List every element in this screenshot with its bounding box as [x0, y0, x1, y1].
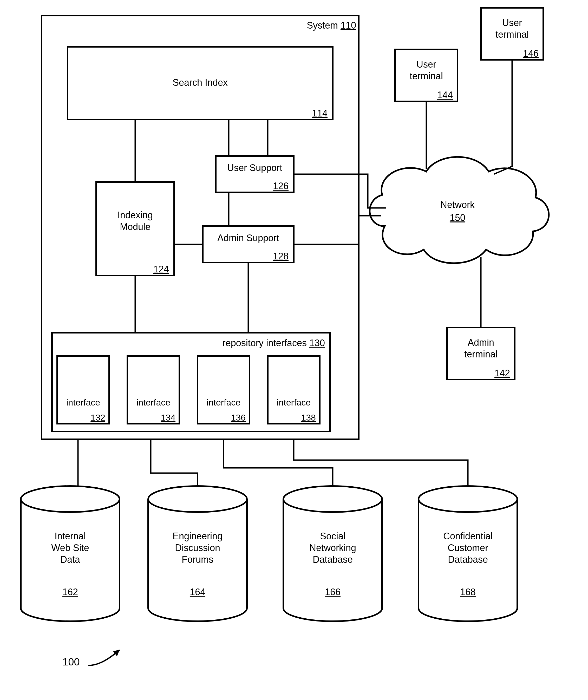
interface-132-box: interface 132	[57, 356, 109, 424]
cyl-162-ref: 162	[62, 587, 78, 597]
network-ref: 150	[450, 212, 465, 223]
interface-138-box: interface 138	[268, 356, 320, 424]
cyl-168-l2: Customer	[448, 542, 488, 553]
svg-point-18	[419, 486, 517, 512]
cyl-164-l1: Engineering	[173, 531, 223, 541]
search-index-label: Search Index	[173, 77, 228, 88]
user-terminal-144-ref: 144	[437, 90, 453, 100]
cyl-164-ref: 164	[190, 587, 205, 597]
user-support-box: User Support 126	[216, 156, 294, 192]
cyl-162-l1: Internal	[55, 531, 86, 541]
system-ref: 110	[341, 20, 356, 31]
cyl-162-l3: Data	[60, 554, 80, 565]
admin-terminal-l1: Admin	[468, 337, 494, 348]
svg-point-15	[21, 486, 120, 512]
interface-134-ref: 134	[161, 413, 175, 422]
cyl-168-l1: Confidential	[443, 531, 493, 541]
svg-text:System
       
      110: System 110	[307, 20, 356, 31]
cylinder-168: Confidential Customer Database 168	[419, 486, 517, 621]
interface-134-label: interface	[136, 397, 170, 407]
admin-terminal-box: Admin terminal 142	[447, 328, 515, 380]
cylinder-162: Internal Web Site Data 162	[21, 486, 120, 621]
cyl-164-l3: Forums	[182, 554, 213, 565]
search-index-ref: 114	[312, 108, 328, 119]
figure-ref: 100	[62, 656, 80, 668]
interface-138-label: interface	[277, 397, 311, 407]
interface-136-label: interface	[207, 397, 240, 407]
interface-132-label: interface	[66, 397, 100, 407]
network-label: Network	[440, 199, 475, 210]
repo-interfaces-ref: 130	[309, 338, 325, 348]
admin-support-ref: 128	[273, 251, 289, 261]
network-cloud: Network 150	[370, 157, 549, 263]
user-terminal-146-l1: User	[502, 17, 522, 28]
cyl-164-l2: Discussion	[175, 542, 220, 553]
admin-terminal-l2: terminal	[464, 349, 498, 359]
user-terminal-146-ref: 146	[523, 48, 539, 59]
admin-terminal-ref: 142	[494, 368, 510, 378]
indexing-module-label1: Indexing	[117, 210, 153, 220]
interface-134-box: interface 134	[127, 356, 179, 424]
svg-point-17	[283, 486, 382, 512]
svg-text:repository interfaces
       
: repository interfaces 130	[223, 338, 325, 348]
user-terminal-144-l1: User	[416, 59, 436, 70]
figure-number: 100	[62, 650, 120, 668]
interface-136-ref: 136	[231, 413, 246, 422]
user-terminal-146-box: User terminal 146	[481, 8, 543, 60]
cyl-166-l3: Database	[313, 554, 353, 565]
cyl-168-ref: 168	[460, 587, 476, 597]
user-support-label: User Support	[227, 162, 282, 173]
svg-point-16	[148, 486, 247, 512]
interface-132-ref: 132	[90, 413, 105, 422]
indexing-module-label2: Module	[120, 221, 151, 232]
indexing-module-box: Indexing Module 124	[96, 182, 174, 276]
user-terminal-144-l2: terminal	[410, 71, 443, 81]
interface-136-box: interface 136	[198, 356, 250, 424]
cyl-166-l2: Networking	[309, 542, 356, 553]
cyl-166-ref: 166	[325, 587, 341, 597]
interface-138-ref: 138	[301, 413, 316, 422]
cyl-166-l1: Social	[320, 531, 345, 541]
cylinder-164: Engineering Discussion Forums 164	[148, 486, 247, 621]
admin-support-label: Admin Support	[217, 233, 279, 243]
connectors	[78, 60, 512, 486]
user-support-ref: 126	[273, 181, 289, 191]
user-terminal-144-box: User terminal 144	[395, 49, 458, 101]
cylinder-166: Social Networking Database 166	[283, 486, 382, 621]
user-terminal-146-l2: terminal	[495, 29, 529, 40]
repo-interfaces-label: repository interfaces	[223, 338, 307, 348]
cyl-162-l2: Web Site	[51, 542, 89, 553]
svg-marker-30	[113, 650, 120, 656]
system-label: System	[307, 20, 338, 31]
indexing-module-ref: 124	[153, 264, 169, 274]
cyl-168-l3: Database	[448, 554, 488, 565]
admin-support-box: Admin Support 128	[203, 226, 294, 263]
search-index-box: Search Index 114	[68, 47, 333, 120]
